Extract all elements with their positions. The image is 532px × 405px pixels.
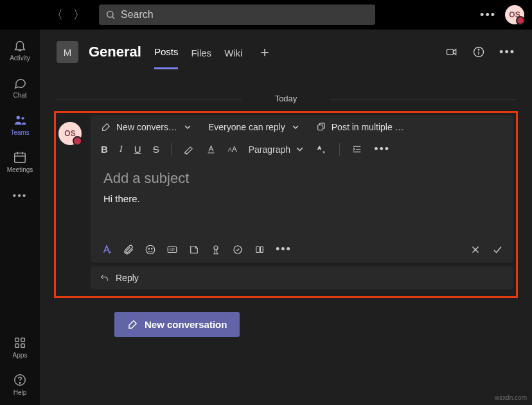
- italic-button[interactable]: I: [120, 144, 123, 155]
- praise-button[interactable]: [210, 244, 222, 255]
- message-composer: New convers… Everyone can reply Post in …: [91, 116, 513, 263]
- svg-point-0: [107, 12, 113, 17]
- svg-rect-8: [15, 338, 19, 342]
- new-conversation-button[interactable]: New conversation: [114, 312, 240, 337]
- meet-icon[interactable]: [445, 46, 458, 58]
- discard-button[interactable]: [470, 244, 481, 255]
- emoji-button[interactable]: [145, 244, 156, 255]
- highlight-button[interactable]: [183, 144, 194, 155]
- more-extensions-button[interactable]: •••: [276, 243, 292, 256]
- composer-highlight: OS New convers… Everyone can reply Post …: [54, 111, 518, 298]
- reply-label: Reply: [116, 273, 139, 283]
- reply-permission-dropdown[interactable]: Everyone can reply: [208, 122, 301, 132]
- svg-rect-35: [261, 246, 263, 252]
- calendar-icon: [13, 150, 27, 164]
- sidebar-item-teams[interactable]: Teams: [10, 113, 29, 136]
- sticker-button[interactable]: [188, 244, 200, 255]
- svg-rect-10: [15, 344, 19, 348]
- avatar[interactable]: OS: [505, 5, 524, 24]
- team-avatar[interactable]: M: [57, 41, 78, 63]
- separator: [171, 143, 172, 156]
- chevron-down-icon: [290, 122, 301, 132]
- attach-button[interactable]: [123, 244, 134, 255]
- font-size-button[interactable]: AA: [228, 145, 237, 154]
- nav-back-button[interactable]: 〈: [46, 4, 68, 25]
- sidebar-item-help[interactable]: Help: [13, 373, 27, 396]
- send-button[interactable]: [492, 244, 503, 255]
- info-icon[interactable]: [472, 46, 485, 58]
- topbar: 〈 〉 Search ••• OS: [0, 0, 532, 30]
- more-format-button[interactable]: •••: [374, 142, 390, 156]
- stream-button[interactable]: [254, 244, 265, 255]
- sidebar-item-activity[interactable]: Activity: [10, 39, 30, 62]
- approvals-button[interactable]: [232, 244, 244, 255]
- sidebar-item-label: Meetings: [7, 166, 33, 173]
- app-rail: Activity Chat Teams Meetings ••• Apps He…: [0, 30, 40, 405]
- clear-formatting-button[interactable]: A: [317, 144, 328, 155]
- sidebar-more-button[interactable]: •••: [13, 190, 28, 202]
- svg-rect-9: [21, 338, 25, 342]
- channel-header: M General Posts Files Wiki ＋ •••: [40, 30, 532, 74]
- svg-rect-18: [317, 125, 323, 130]
- font-color-button[interactable]: [206, 144, 217, 155]
- help-icon: [13, 373, 27, 387]
- compose-icon: [127, 319, 138, 330]
- sidebar-item-label: Apps: [13, 352, 28, 359]
- message-body-input[interactable]: Hi there.: [103, 193, 501, 204]
- subject-input[interactable]: Add a subject: [103, 170, 501, 187]
- paragraph-style-dropdown[interactable]: Paragraph: [249, 144, 305, 155]
- more-options-button[interactable]: •••: [480, 8, 496, 22]
- formatting-toolbar: B I U S AA Paragraph A •••: [91, 139, 513, 160]
- svg-rect-34: [256, 246, 260, 252]
- channel-more-button[interactable]: •••: [499, 46, 515, 59]
- bold-button[interactable]: B: [101, 144, 108, 155]
- watermark: wsxdn.com: [495, 394, 527, 401]
- strikethrough-button[interactable]: S: [153, 144, 159, 155]
- svg-rect-14: [447, 49, 454, 55]
- tab-wiki[interactable]: Wiki: [224, 36, 242, 69]
- channel-title: General: [89, 44, 141, 60]
- search-placeholder: Search: [121, 9, 154, 21]
- nav-forward-button[interactable]: 〉: [68, 4, 90, 25]
- svg-text:A: A: [318, 145, 322, 151]
- reply-permission-label: Everyone can reply: [208, 122, 285, 132]
- post-type-label: New convers…: [116, 122, 177, 132]
- svg-point-28: [148, 248, 150, 249]
- new-conversation-label: New conversation: [145, 319, 227, 330]
- sender-avatar[interactable]: OS: [58, 122, 82, 145]
- svg-point-2: [16, 116, 20, 120]
- post-multiple-label: Post in multiple …: [332, 122, 404, 132]
- sidebar-item-label: Activity: [10, 55, 30, 62]
- chevron-down-icon: [182, 122, 193, 132]
- indent-button[interactable]: [351, 144, 362, 155]
- add-tab-button[interactable]: ＋: [255, 42, 274, 62]
- svg-text:GIF: GIF: [170, 248, 175, 252]
- tab-posts[interactable]: Posts: [154, 35, 179, 69]
- multi-channel-icon: [316, 122, 326, 132]
- post-multiple-channels-button[interactable]: Post in multiple …: [316, 122, 404, 132]
- bell-icon: [13, 39, 27, 53]
- svg-rect-11: [21, 344, 25, 348]
- reply-input[interactable]: Reply: [91, 266, 513, 289]
- sidebar-item-meetings[interactable]: Meetings: [7, 150, 33, 173]
- svg-point-29: [152, 248, 153, 249]
- chat-icon: [13, 76, 27, 90]
- underline-button[interactable]: U: [134, 144, 141, 155]
- tab-files[interactable]: Files: [191, 36, 211, 69]
- sidebar-item-label: Chat: [13, 92, 26, 99]
- gif-button[interactable]: GIF: [166, 244, 178, 255]
- sidebar-item-label: Help: [13, 389, 27, 396]
- apps-icon: [13, 336, 27, 350]
- sidebar-item-apps[interactable]: Apps: [13, 336, 28, 359]
- chevron-down-icon: [294, 144, 305, 155]
- compose-icon: [101, 122, 111, 132]
- post-type-dropdown[interactable]: New convers…: [101, 122, 193, 132]
- svg-point-32: [214, 246, 218, 250]
- format-toggle-button[interactable]: [101, 244, 112, 255]
- sidebar-item-label: Teams: [10, 129, 29, 136]
- channel-tabs: Posts Files Wiki ＋: [154, 35, 275, 69]
- sidebar-item-chat[interactable]: Chat: [13, 76, 27, 99]
- svg-point-17: [478, 49, 479, 51]
- reply-icon: [100, 273, 109, 283]
- search-input[interactable]: Search: [99, 4, 375, 25]
